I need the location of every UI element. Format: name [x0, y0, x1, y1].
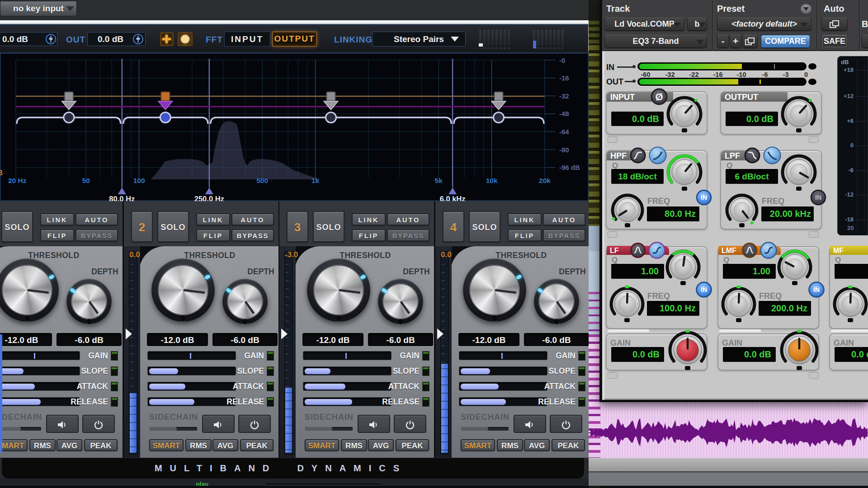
svg-text:IN: IN — [701, 194, 707, 201]
svg-text:IN: IN — [815, 194, 821, 201]
svg-text:IN: IN — [701, 286, 707, 293]
svg-text:Ø: Ø — [655, 91, 663, 103]
svg-text:IN: IN — [813, 286, 820, 293]
